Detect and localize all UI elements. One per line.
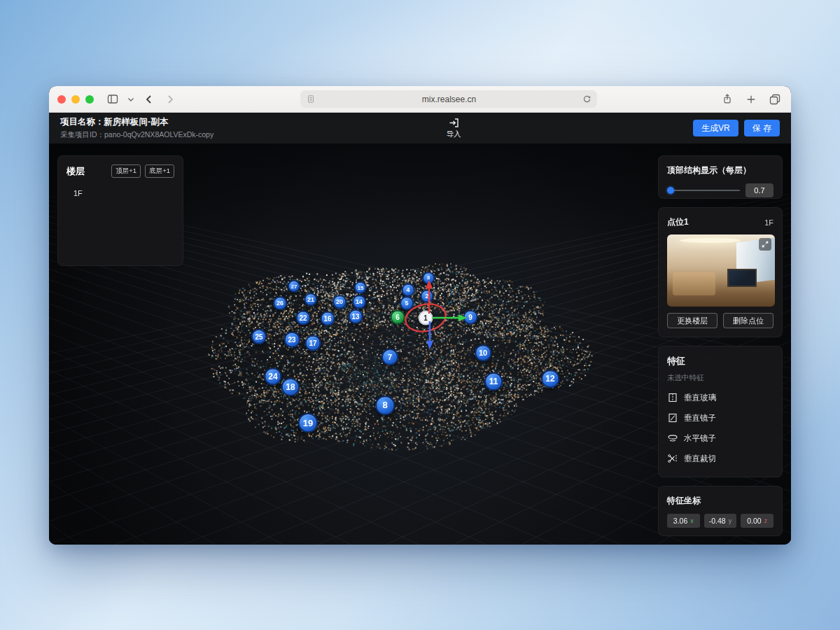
feature-panel-title: 特征 [667, 355, 774, 368]
floor-item-1f[interactable]: 1F [66, 189, 174, 197]
toolbar-right [720, 92, 783, 107]
point-marker-15[interactable]: 15 [354, 281, 367, 294]
toolbar-center: mix.realsee.cn [183, 90, 714, 108]
save-button[interactable]: 保 存 [744, 120, 780, 136]
feature-panel-subtitle: 未选中特征 [667, 373, 774, 383]
project-name: 项目名称：新房样板间-副本 [60, 116, 214, 128]
window-close-button[interactable] [57, 95, 66, 104]
point-marker-14[interactable]: 14 [352, 295, 366, 309]
window-minimize-button[interactable] [71, 95, 80, 104]
vertical-glass-icon [667, 392, 678, 403]
refresh-icon[interactable] [582, 94, 592, 104]
thumb-sofa [673, 272, 716, 295]
window-zoom-button[interactable] [85, 95, 94, 104]
panorama-thumbnail[interactable] [667, 234, 775, 307]
point-marker-23[interactable]: 23 [284, 332, 300, 348]
point-marker-17[interactable]: 17 [305, 335, 321, 351]
viewport: 1234567891011121314151617181920212223242… [49, 144, 791, 545]
add-top-floor-button[interactable]: 顶层+1 [111, 164, 141, 178]
point-panel: 点位1 1F 更换楼层 删除点位 [658, 207, 783, 337]
structure-value: 0.7 [746, 183, 774, 197]
point-marker-13[interactable]: 13 [349, 309, 363, 324]
structure-panel-title: 顶部结构显示（每层） [667, 164, 774, 176]
point-marker-8[interactable]: 8 [375, 396, 395, 415]
coord-y: -0.48 y [704, 514, 737, 528]
header-actions: 生成VR 保 存 [693, 120, 780, 136]
point-marker-3[interactable]: 3 [422, 272, 435, 284]
url-text: mix.realsee.cn [320, 94, 578, 104]
feature-item-horizontal-mirror[interactable]: 水平镜子 [667, 430, 774, 446]
project-id: 采集项目ID：pano-0qQv2NX8AOLVExDk-copy [60, 130, 214, 140]
site-page-icon [306, 94, 316, 104]
point-marker-21[interactable]: 21 [304, 293, 317, 306]
point-marker-16[interactable]: 16 [321, 312, 335, 326]
add-bottom-floor-button[interactable]: 底层+1 [145, 164, 174, 178]
traffic-lights [57, 95, 94, 104]
point-marker-2[interactable]: 2 [420, 289, 433, 302]
sidebar-toggle-icon[interactable] [105, 92, 120, 107]
point-marker-24[interactable]: 24 [264, 368, 281, 385]
browser-window: mix.realsee.cn 项目名称：新房样板间-副本 采集项目 [49, 86, 791, 545]
point-marker-19[interactable]: 19 [298, 413, 318, 433]
point-marker-25[interactable]: 25 [251, 329, 267, 344]
coords-panel-title: 特征坐标 [667, 495, 774, 507]
structure-slider[interactable] [667, 190, 740, 191]
point-marker-12[interactable]: 12 [541, 370, 559, 388]
coord-x: 3.06 x [667, 514, 700, 528]
back-button[interactable] [141, 92, 157, 107]
tab-overview-icon[interactable] [767, 92, 783, 107]
point-panel-title: 点位1 [667, 216, 689, 228]
browser-toolbar: mix.realsee.cn [49, 86, 791, 113]
import-button[interactable]: 导入 [447, 118, 461, 139]
point-marker-18[interactable]: 18 [281, 378, 300, 396]
feature-item-vertical-crop[interactable]: 垂直裁切 [667, 451, 774, 466]
app-header: 项目名称：新房样板间-副本 采集项目ID：pano-0qQv2NX8AOLVEx… [49, 113, 791, 144]
point-marker-11[interactable]: 11 [484, 372, 503, 391]
expand-thumbnail-icon[interactable] [759, 238, 771, 251]
floors-title: 楼层 [66, 165, 85, 178]
structure-display-panel: 顶部结构显示（每层） 0.7 [658, 155, 783, 199]
generate-vr-button[interactable]: 生成VR [693, 120, 738, 136]
point-marker-27[interactable]: 27 [288, 280, 300, 293]
address-bar[interactable]: mix.realsee.cn [300, 90, 597, 108]
thumb-tv [727, 269, 757, 287]
point-marker-10[interactable]: 10 [475, 344, 491, 361]
horizontal-mirror-icon [667, 433, 678, 444]
delete-point-button[interactable]: 删除点位 [723, 313, 774, 328]
new-tab-icon[interactable] [743, 92, 759, 107]
floors-panel: 楼层 顶层+1 底层+1 1F [57, 155, 183, 266]
coord-z: 0.00 z [741, 514, 774, 528]
change-floor-button[interactable]: 更换楼层 [667, 313, 718, 328]
forward-button[interactable] [162, 92, 178, 107]
point-marker-6[interactable]: 6 [391, 310, 405, 325]
share-icon[interactable] [720, 92, 735, 107]
point-marker-9[interactable]: 9 [463, 310, 478, 325]
thumb-ceiling-light [680, 238, 740, 243]
point-marker-1[interactable]: 1 [419, 311, 433, 326]
import-icon [448, 118, 459, 129]
feature-item-vertical-glass[interactable]: 垂直玻璃 [667, 390, 774, 405]
vertical-mirror-icon [667, 412, 678, 424]
right-panel-stack: 顶部结构显示（每层） 0.7 点位1 1F [658, 155, 783, 536]
point-marker-5[interactable]: 5 [400, 296, 414, 310]
point-floor-label: 1F [764, 218, 774, 227]
point-marker-7[interactable]: 7 [382, 349, 398, 365]
vertical-crop-icon [667, 453, 678, 464]
project-info: 项目名称：新房样板间-副本 采集项目ID：pano-0qQv2NX8AOLVEx… [60, 116, 214, 140]
chevron-down-icon[interactable] [126, 92, 136, 107]
import-label: 导入 [447, 130, 461, 139]
point-marker-20[interactable]: 20 [332, 295, 346, 309]
slider-knob[interactable] [667, 187, 674, 194]
point-marker-22[interactable]: 22 [296, 311, 311, 326]
point-marker-4[interactable]: 4 [402, 284, 415, 297]
feature-item-vertical-mirror[interactable]: 垂直镜子 [667, 410, 774, 426]
feature-coords-panel: 特征坐标 3.06 x -0.48 y 0.00 z [658, 486, 783, 536]
point-marker-26[interactable]: 26 [273, 296, 287, 310]
feature-panel: 特征 未选中特征 垂直玻璃 垂直镜子 水平镜子 [658, 346, 783, 477]
